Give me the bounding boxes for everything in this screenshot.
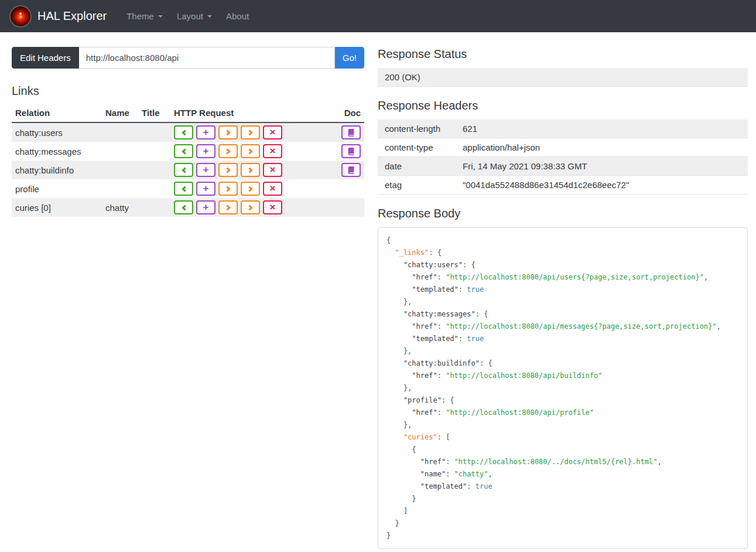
relation-cell: chatty:buildinfo (12, 161, 102, 179)
chevron-left-icon (182, 186, 187, 192)
post-request-button[interactable]: + (196, 182, 215, 196)
chevron-left-icon (182, 167, 187, 173)
app-title: HAL Explorer (37, 9, 107, 23)
get-request-button[interactable] (174, 163, 193, 177)
chevron-right-icon (247, 186, 252, 192)
patch-request-button[interactable] (241, 200, 260, 214)
doc-cell (336, 161, 364, 179)
get-request-button[interactable] (174, 125, 193, 139)
links-heading: Links (12, 84, 364, 98)
name-cell (102, 142, 138, 161)
get-request-button[interactable] (174, 200, 193, 214)
chevron-left-icon (182, 130, 187, 135)
json-line: "_links": { (386, 247, 739, 259)
nav-menu: ThemeLayoutAbout (119, 6, 256, 26)
doc-cell (336, 122, 364, 142)
response-status-table: 200 (OK) (378, 68, 748, 87)
response-status-heading: Response Status (378, 47, 748, 61)
response-header-row: content-length621 (378, 120, 748, 138)
name-cell (102, 161, 138, 179)
put-request-button[interactable] (218, 163, 238, 177)
links-table-header-row: Relation Name Title HTTP Request Doc (12, 105, 364, 122)
post-request-button[interactable]: + (196, 200, 215, 214)
header-value: 621 (456, 120, 748, 138)
delete-request-button[interactable]: × (263, 144, 282, 158)
book-icon (347, 166, 355, 174)
json-line: }, (386, 382, 739, 394)
name-cell: chatty (102, 198, 138, 217)
json-line: }, (386, 345, 739, 357)
post-request-button[interactable]: + (196, 144, 215, 158)
url-input-group: Edit Headers Go! (12, 47, 364, 69)
json-line: "href": "http://localhost:8080/api/build… (386, 370, 739, 382)
chevron-right-icon (247, 130, 252, 135)
hal-9000-eye-logo (9, 5, 32, 28)
delete-request-button[interactable]: × (263, 200, 282, 214)
x-icon: × (270, 146, 276, 156)
edit-headers-button[interactable]: Edit Headers (12, 47, 79, 69)
x-icon: × (270, 165, 276, 175)
link-row: curies [0]chatty+× (12, 198, 364, 217)
doc-cell (336, 142, 364, 161)
response-headers-heading: Response Headers (378, 98, 748, 113)
nav-item-layout[interactable]: Layout (170, 6, 219, 26)
delete-request-button[interactable]: × (263, 182, 282, 196)
name-cell (102, 179, 138, 198)
title-cell (138, 161, 170, 179)
patch-request-button[interactable] (241, 182, 260, 196)
get-request-button[interactable] (174, 144, 193, 158)
json-line: "templated": true (386, 333, 739, 345)
response-header-row: dateFri, 14 May 2021 09:38:33 GMT (378, 157, 748, 176)
doc-button[interactable] (341, 163, 361, 177)
http-request-cell: +× (170, 122, 336, 142)
json-line: "chatty:users": { (386, 259, 739, 271)
book-icon (347, 148, 355, 155)
brand[interactable]: HAL Explorer (9, 5, 119, 28)
book-icon (347, 129, 355, 137)
relation-cell: curies [0] (12, 198, 102, 217)
json-line: ] (386, 505, 739, 517)
header-value: "0041da552488d86e31454d1c2e68eec72" (456, 176, 748, 195)
x-icon: × (270, 127, 276, 137)
post-request-button[interactable]: + (196, 163, 215, 177)
json-line: "templated": true (386, 481, 739, 493)
header-value: Fri, 14 May 2021 09:38:33 GMT (456, 157, 748, 176)
go-button[interactable]: Go! (335, 47, 364, 69)
nav-item-label: Theme (126, 11, 154, 21)
url-input[interactable] (79, 47, 335, 69)
nav-item-theme[interactable]: Theme (119, 6, 170, 26)
doc-button[interactable] (341, 125, 361, 139)
nav-item-about[interactable]: About (219, 6, 256, 26)
get-request-button[interactable] (174, 182, 193, 196)
chevron-right-icon (247, 205, 252, 210)
json-line: { (386, 234, 739, 247)
name-cell (102, 122, 138, 142)
column-header-title: Title (138, 105, 170, 122)
json-line: }, (386, 296, 739, 308)
json-line: "name": "chatty", (386, 468, 739, 481)
chevron-left-icon (182, 205, 187, 210)
delete-request-button[interactable]: × (263, 125, 282, 139)
http-request-cell: +× (170, 179, 336, 198)
json-line: "href": "http://localhost:8080/api/users… (386, 271, 739, 284)
put-request-button[interactable] (218, 182, 238, 196)
put-request-button[interactable] (218, 200, 238, 214)
put-request-button[interactable] (218, 144, 238, 158)
post-request-button[interactable]: + (196, 125, 215, 139)
plus-icon: + (203, 202, 209, 212)
doc-button[interactable] (341, 144, 361, 158)
json-line: }, (386, 419, 739, 431)
response-status-value: 200 (OK) (378, 68, 748, 87)
doc-cell (336, 179, 364, 198)
response-header-row: etag"0041da552488d86e31454d1c2e68eec72" (378, 176, 748, 195)
column-header-doc: Doc (336, 105, 364, 122)
plus-icon: + (203, 146, 209, 156)
patch-request-button[interactable] (241, 125, 260, 139)
patch-request-button[interactable] (241, 144, 260, 158)
json-line: "href": "http://localhost:8080/api/profi… (386, 407, 739, 419)
delete-request-button[interactable]: × (263, 163, 282, 177)
patch-request-button[interactable] (241, 163, 260, 177)
link-row: profile+× (12, 179, 364, 198)
title-cell (138, 179, 170, 198)
put-request-button[interactable] (218, 125, 238, 139)
